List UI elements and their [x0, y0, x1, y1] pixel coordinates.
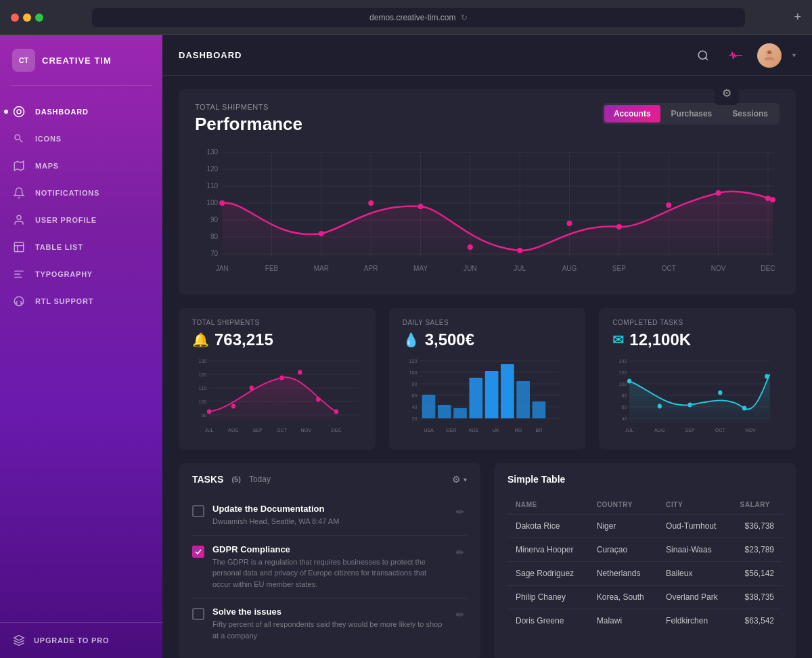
svg-text:110: 110 [206, 182, 218, 190]
bottom-row: TASKS (5) Today ⚙ ▾ Update the Documenta… [179, 463, 796, 658]
browser-dots [11, 14, 43, 22]
perf-label: Total Shipments [195, 103, 302, 111]
svg-point-46 [666, 202, 671, 208]
svg-text:120: 120 [206, 165, 218, 173]
chart-settings-button[interactable]: ⚙ [715, 81, 739, 105]
svg-rect-99 [453, 408, 467, 418]
notifications-icon [12, 186, 26, 200]
sidebar-item-typography[interactable]: TYPOGRAPHY [0, 261, 162, 288]
tasks-count: (5) [231, 475, 240, 483]
tab-accounts[interactable]: Accounts [604, 105, 660, 123]
svg-text:JAN: JAN [216, 265, 229, 272]
brand-logo: CT [12, 49, 35, 72]
svg-rect-97 [422, 395, 435, 418]
svg-text:SEP: SEP [685, 427, 695, 433]
task-2-name: GDPR Compliance [212, 544, 445, 554]
svg-point-3 [17, 215, 21, 219]
task-3-content: Solve the issues Fifty percent of all re… [212, 607, 445, 641]
sidebar-item-table-list-label: TABLE LIST [35, 243, 83, 251]
svg-text:90: 90 [202, 412, 207, 418]
performance-chart-svg: 130 120 110 100 90 80 70 [195, 146, 780, 281]
svg-point-75 [279, 376, 284, 380]
sidebar-footer: UPGRADE TO PRO [0, 622, 162, 658]
svg-text:JUL: JUL [625, 427, 634, 433]
svg-rect-4 [14, 242, 24, 252]
svg-point-125 [688, 403, 692, 408]
task-1-edit-button[interactable]: ✏ [453, 504, 467, 520]
avatar-button[interactable] [757, 43, 782, 68]
tasks-icon: ✉ [612, 332, 624, 348]
svg-rect-103 [516, 381, 530, 418]
table-header-row: NAME COUNTRY CITY SALARY [508, 496, 782, 514]
tab-sessions[interactable]: Sessions [723, 105, 777, 123]
close-dot[interactable] [11, 14, 19, 22]
svg-text:NOV: NOV [711, 265, 726, 272]
table-row: Dakota Rice Niger Oud-Turnhout $36,738 [508, 514, 782, 538]
maximize-dot[interactable] [35, 14, 43, 22]
svg-text:120: 120 [199, 372, 207, 378]
task-1-content: Update the Documentation Dwuamish Head, … [212, 504, 445, 527]
task-1-checkbox[interactable] [192, 505, 204, 517]
table-card: Simple Table NAME COUNTRY CITY SALARY [494, 463, 796, 658]
metric-card-tasks: Completed Tasks ✉ 12,100K [599, 308, 796, 449]
metric-card-shipments: Total Shipments 🔔 763,215 [179, 308, 376, 449]
svg-rect-102 [501, 364, 514, 418]
app-container: CT CREATIVE TIM DASHBOARD I [0, 35, 812, 658]
rtl-support-icon [12, 294, 26, 308]
task-3-edit-button[interactable]: ✏ [453, 607, 467, 623]
tasks-metric-chart: 140 120 100 80 60 40 [612, 357, 782, 439]
shipments-chart: 130 120 110 100 90 [192, 357, 362, 439]
svg-text:100: 100 [409, 370, 417, 376]
upgrade-icon [12, 634, 26, 647]
task-3-checkbox[interactable] [192, 608, 204, 620]
sidebar-item-rtl-support[interactable]: RTL SUPPORT [0, 288, 162, 315]
sidebar-item-icons[interactable]: ICONS [0, 125, 162, 152]
upgrade-to-pro-button[interactable]: UPGRADE TO PRO [12, 634, 150, 647]
task-2-content: GDPR Compliance The GDPR is a regulation… [212, 544, 445, 590]
tasks-settings-button[interactable]: ⚙ ▾ [452, 474, 467, 485]
avatar-dropdown-icon[interactable]: ▾ [792, 51, 796, 59]
svg-point-128 [765, 374, 769, 379]
task-2-checkbox[interactable] [192, 546, 204, 558]
svg-text:80: 80 [411, 381, 417, 387]
tasks-title-group: TASKS (5) Today [192, 474, 271, 485]
performance-card: Total Shipments Performance Accounts Pur… [179, 89, 796, 294]
svg-text:70: 70 [210, 250, 219, 257]
sidebar-item-maps[interactable]: MAPS [0, 152, 162, 179]
sidebar-item-notifications[interactable]: NOTIFICATIONS [0, 179, 162, 206]
svg-point-77 [316, 397, 320, 402]
task-2-edit-button[interactable]: ✏ [453, 544, 467, 561]
task-1-desc: Dwuamish Head, Seattle, WA 8:47 AM [212, 516, 445, 527]
svg-rect-98 [438, 405, 451, 418]
sidebar-item-notifications-label: NOTIFICATIONS [35, 189, 99, 197]
svg-text:80: 80 [622, 393, 627, 399]
svg-point-12 [767, 51, 771, 54]
sidebar: CT CREATIVE TIM DASHBOARD I [0, 35, 162, 658]
svg-text:140: 140 [619, 358, 627, 364]
search-button[interactable] [692, 45, 714, 66]
new-tab-button[interactable]: + [794, 10, 801, 24]
tab-purchases[interactable]: Purchases [662, 105, 722, 123]
perf-tabs: Accounts Purchases Sessions [602, 103, 780, 125]
tasks-card: TASKS (5) Today ⚙ ▾ Update the Documenta… [179, 463, 480, 658]
pulse-icon-button[interactable] [725, 45, 746, 66]
sidebar-item-dashboard[interactable]: DASHBOARD [0, 98, 162, 125]
address-bar[interactable]: demos.creative-tim.com ↻ [92, 8, 745, 27]
svg-point-123 [627, 379, 631, 384]
table-row: Philip Chaney Korea, South Overland Park… [508, 586, 782, 609]
sidebar-item-user-profile[interactable]: USER PROFILE [0, 206, 162, 234]
minimize-dot[interactable] [23, 14, 31, 22]
metric-shipments-value: 🔔 763,215 [192, 330, 362, 349]
svg-point-72 [207, 410, 211, 414]
col-name: NAME [508, 496, 589, 514]
maps-icon [12, 159, 26, 173]
upgrade-label: UPGRADE TO PRO [34, 636, 109, 644]
svg-text:FEB: FEB [265, 265, 279, 272]
sidebar-item-table-list[interactable]: TABLE LIST [0, 234, 162, 261]
sidebar-item-icons-label: ICONS [35, 135, 62, 143]
svg-point-49 [770, 197, 775, 202]
svg-point-73 [231, 404, 235, 409]
svg-point-41 [418, 204, 424, 209]
svg-rect-104 [532, 401, 545, 418]
svg-text:UK: UK [493, 427, 499, 433]
